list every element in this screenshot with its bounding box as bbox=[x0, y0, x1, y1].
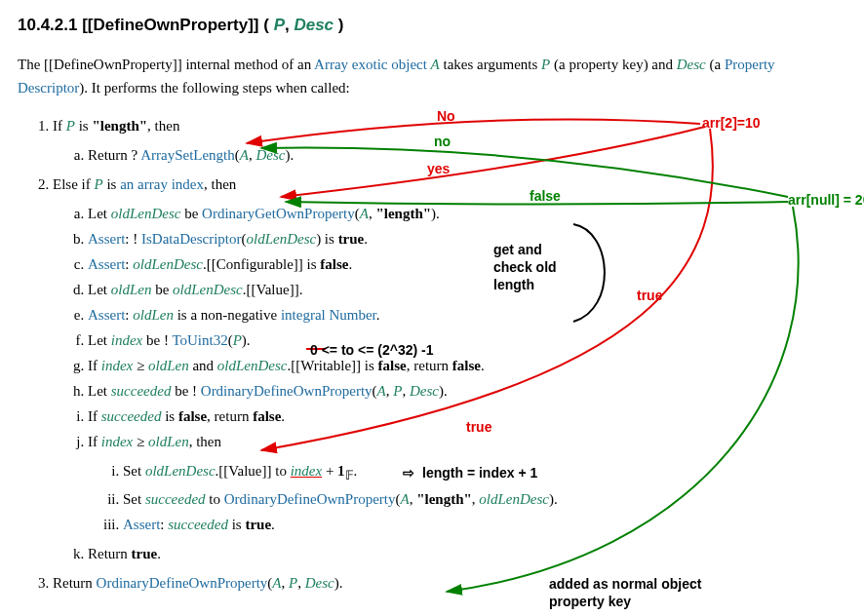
step-2f: Let index be ! ToUint32(P). bbox=[88, 328, 846, 352]
link-odop[interactable]: OrdinaryDefineOwnProperty bbox=[97, 575, 268, 591]
link-array-exotic[interactable]: Array exotic object bbox=[314, 57, 427, 72]
step-2e: Assert: oldLen is a non-negative integra… bbox=[88, 303, 846, 327]
link-assert[interactable]: Assert bbox=[88, 231, 125, 247]
link-touint32[interactable]: ToUint32 bbox=[172, 332, 227, 348]
ann-arr2: arr[2]=10 bbox=[702, 112, 761, 134]
step-2: Else if P is an array index, then Let ol… bbox=[53, 173, 846, 565]
ann-lenidx: length = index + 1 bbox=[422, 462, 537, 483]
section-title: [[DefineOwnProperty]] ( P, Desc ) bbox=[82, 16, 343, 34]
step-1a: Return ? ArraySetLength(A, Desc). bbox=[88, 143, 846, 167]
step-2j-iii: Assert: succeeded is true. bbox=[123, 513, 846, 536]
link-assert[interactable]: Assert bbox=[88, 307, 125, 323]
section-number: 10.4.2.1 bbox=[18, 16, 77, 34]
step-2d: Let oldLen be oldLenDesc.[[Value]]. bbox=[88, 278, 846, 301]
link-array-index[interactable]: an array index bbox=[120, 176, 204, 192]
ann-range: 0 <= to <= (2^32) -1 bbox=[310, 339, 433, 361]
link-isdatadesc[interactable]: IsDataDescriptor bbox=[141, 231, 241, 247]
section-heading: 10.4.2.1 [[DefineOwnProperty]] ( P, Desc… bbox=[18, 12, 846, 38]
step-2c: Assert: oldLenDesc.[[Configurable]] is f… bbox=[88, 252, 846, 276]
ann-true-red2: true bbox=[466, 416, 491, 438]
ann-arrnull: arr[null] = 20 bbox=[788, 189, 864, 211]
link-assert[interactable]: Assert bbox=[123, 517, 160, 532]
link-integral[interactable]: integral Number bbox=[281, 307, 376, 323]
ann-added-normal: added as normal object property key bbox=[549, 575, 744, 610]
spec-container: 10.4.2.1 [[DefineOwnProperty]] ( P, Desc… bbox=[18, 12, 846, 595]
link-odop[interactable]: OrdinaryDefineOwnProperty bbox=[224, 491, 396, 507]
link-arraysetlength[interactable]: ArraySetLength bbox=[140, 147, 235, 163]
step-2h: Let succeeded be ! OrdinaryDefineOwnProp… bbox=[88, 379, 846, 403]
ann-no-red: No bbox=[437, 105, 455, 127]
ann-true-red: true bbox=[637, 285, 662, 306]
step-2g: If index ≥ oldLen and oldLenDesc.[[Writa… bbox=[88, 354, 846, 377]
intro-paragraph: The [[DefineOwnProperty]] internal metho… bbox=[18, 53, 846, 99]
ann-no-green: no bbox=[434, 131, 451, 152]
step-2k: Return true. bbox=[88, 542, 846, 565]
step-2a: Let oldLenDesc be OrdinaryGetOwnProperty… bbox=[88, 202, 846, 225]
step-2j-ii: Set succeeded to OrdinaryDefineOwnProper… bbox=[123, 487, 846, 511]
ann-yes-red: yes bbox=[427, 158, 450, 179]
ann-false-green: false bbox=[530, 185, 561, 207]
link-assert[interactable]: Assert bbox=[88, 256, 125, 272]
step-2b: Assert: ! IsDataDescriptor(oldLenDesc) i… bbox=[88, 227, 846, 250]
link-ogop[interactable]: OrdinaryGetOwnProperty bbox=[202, 206, 355, 221]
ann-arrow-right-icon: ⇨ bbox=[403, 462, 414, 483]
link-odop[interactable]: OrdinaryDefineOwnProperty bbox=[201, 383, 373, 399]
ann-get-check: get and check old length bbox=[493, 241, 576, 294]
